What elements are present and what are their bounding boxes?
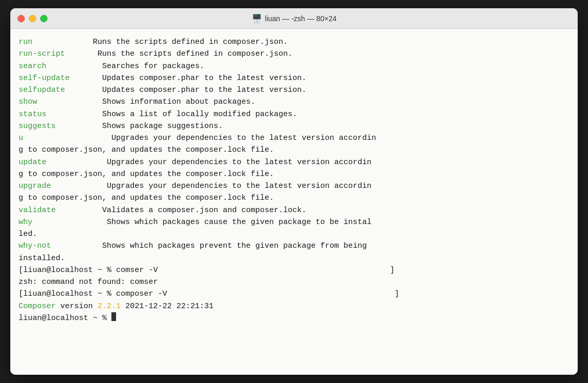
list-item: suggests Shows package suggestions. bbox=[19, 120, 569, 132]
cmd-why: why bbox=[19, 216, 32, 228]
version-date: 2021-12-22 22:21:31 bbox=[121, 300, 214, 312]
prompt-line-comser: [liuan@localhost ~ % comser -V ] bbox=[19, 264, 569, 276]
desc-run: Runs the scripts defined in composer.jso… bbox=[32, 36, 288, 48]
cmd-search: search bbox=[19, 60, 46, 72]
cmd-validate: validate bbox=[19, 204, 56, 216]
version-number: 2.2.1 bbox=[97, 300, 121, 312]
list-item: validate Validates a composer.json and c… bbox=[19, 204, 569, 216]
prompt-line-composer: [liuan@localhost ~ % composer -V ] bbox=[19, 288, 569, 300]
cont-why-not: installed. bbox=[19, 252, 65, 264]
list-item: run Runs the scripts defined in composer… bbox=[19, 36, 569, 48]
desc-search: Searches for packages. bbox=[46, 60, 204, 72]
list-item: self-update Updates composer.phar to the… bbox=[19, 72, 569, 84]
error-line: zsh: command not found: comser bbox=[19, 276, 569, 288]
cmd-u: u bbox=[19, 132, 23, 144]
cont-upgrade: g to composer.json, and updates the comp… bbox=[19, 192, 274, 204]
cont-u: g to composer.json, and updates the comp… bbox=[19, 144, 274, 156]
cursor bbox=[111, 312, 116, 321]
close-button[interactable] bbox=[18, 15, 25, 22]
list-item: u Upgrades your dependencies to the late… bbox=[19, 132, 569, 144]
desc-status: Shows a list of locally modified package… bbox=[46, 108, 297, 120]
list-item: upgrade Upgrades your dependencies to th… bbox=[19, 180, 569, 192]
desc-self-update: Updates composer.phar to the latest vers… bbox=[70, 72, 306, 84]
final-prompt-text: liuan@localhost ~ % bbox=[19, 312, 111, 324]
list-item: why Shows which packages cause the given… bbox=[19, 216, 569, 228]
title-bar: 🖥️ liuan — -zsh — 80×24 bbox=[10, 8, 578, 29]
cmd-run: run bbox=[19, 36, 32, 48]
list-item-continuation: g to composer.json, and updates the comp… bbox=[19, 192, 569, 204]
version-label: version bbox=[56, 300, 97, 312]
terminal-body[interactable]: run Runs the scripts defined in composer… bbox=[10, 29, 578, 375]
list-item-continuation: g to composer.json, and updates the comp… bbox=[19, 168, 569, 180]
terminal-window: 🖥️ liuan — -zsh — 80×24 run Runs the scr… bbox=[10, 8, 578, 375]
list-item-continuation: g to composer.json, and updates the comp… bbox=[19, 144, 569, 156]
desc-show: Shows information about packages. bbox=[37, 96, 255, 108]
list-item: search Searches for packages. bbox=[19, 60, 569, 72]
title-label: liuan — -zsh — 80×24 bbox=[265, 14, 337, 23]
cmd-self-update: self-update bbox=[19, 72, 70, 84]
cmd-show: show bbox=[19, 96, 37, 108]
list-item: run-script Runs the scripts defined in c… bbox=[19, 48, 569, 60]
prompt-text-comser: [liuan@localhost ~ % comser -V ] bbox=[19, 264, 395, 276]
minimize-button[interactable] bbox=[29, 15, 36, 22]
list-item: selfupdate Updates composer.phar to the … bbox=[19, 84, 569, 96]
list-item: why-not Shows which packages prevent the… bbox=[19, 240, 569, 252]
list-item-continuation: led. bbox=[19, 228, 569, 240]
desc-u: Upgrades your dependencies to the latest… bbox=[23, 132, 376, 144]
desc-suggests: Shows package suggestions. bbox=[56, 120, 223, 132]
desc-why: Shows which packages cause the given pac… bbox=[32, 216, 371, 228]
cmd-run-script: run-script bbox=[19, 48, 65, 60]
cont-update: g to composer.json, and updates the comp… bbox=[19, 168, 274, 180]
desc-upgrade: Upgrades your dependencies to the latest… bbox=[51, 180, 371, 192]
composer-label: Composer bbox=[19, 300, 56, 312]
maximize-button[interactable] bbox=[40, 15, 47, 22]
window-title: 🖥️ liuan — -zsh — 80×24 bbox=[252, 13, 337, 23]
list-item: status Shows a list of locally modified … bbox=[19, 108, 569, 120]
final-prompt-line: liuan@localhost ~ % bbox=[19, 312, 569, 324]
desc-update: Upgrades your dependencies to the latest… bbox=[46, 156, 371, 168]
traffic-lights bbox=[18, 15, 47, 22]
cmd-update: update bbox=[19, 156, 46, 168]
terminal-icon: 🖥️ bbox=[252, 13, 262, 23]
desc-validate: Validates a composer.json and composer.l… bbox=[56, 204, 306, 216]
list-item: show Shows information about packages. bbox=[19, 96, 569, 108]
cmd-upgrade: upgrade bbox=[19, 180, 51, 192]
desc-selfupdate: Updates composer.phar to the latest vers… bbox=[65, 84, 306, 96]
cont-why: led. bbox=[19, 228, 37, 240]
cmd-selfupdate: selfupdate bbox=[19, 84, 65, 96]
list-item-continuation: installed. bbox=[19, 252, 569, 264]
error-text: zsh: command not found: comser bbox=[19, 276, 158, 288]
cmd-why-not: why-not bbox=[19, 240, 51, 252]
cmd-suggests: suggests bbox=[19, 120, 56, 132]
cmd-status: status bbox=[19, 108, 46, 120]
list-item: update Upgrades your dependencies to the… bbox=[19, 156, 569, 168]
prompt-text-composer: [liuan@localhost ~ % composer -V ] bbox=[19, 288, 399, 300]
desc-run-script: Runs the scripts defined in composer.jso… bbox=[65, 48, 292, 60]
version-line: Composer version 2.2.1 2021-12-22 22:21:… bbox=[19, 300, 569, 312]
desc-why-not: Shows which packages prevent the given p… bbox=[51, 240, 367, 252]
